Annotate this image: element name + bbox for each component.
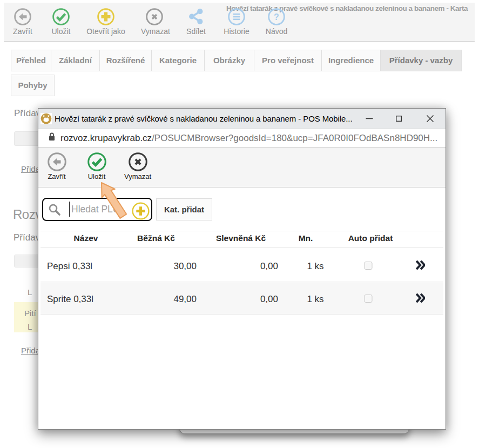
svg-text:?: ? [274, 12, 279, 22]
